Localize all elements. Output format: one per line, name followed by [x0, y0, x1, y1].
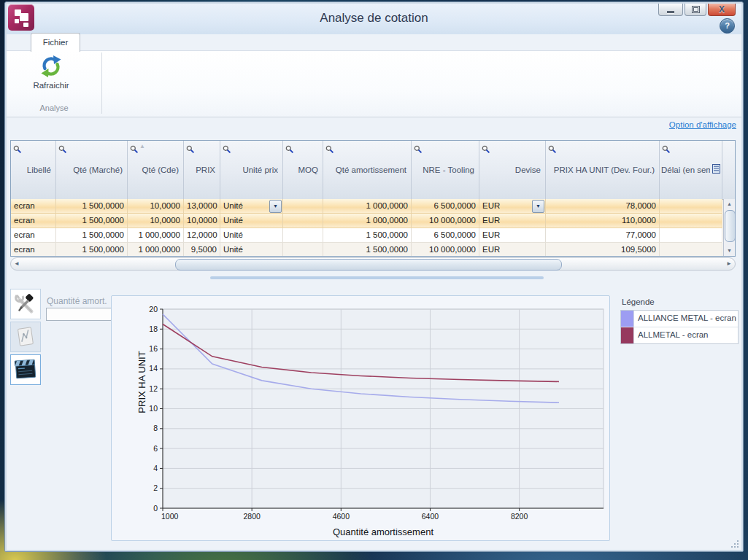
cell-unit-prix[interactable]: Unité: [220, 243, 283, 256]
cell-devise[interactable]: EUR: [479, 214, 546, 228]
column-header-d-lai-en-sema[interactable]: Délai (en sema: [660, 141, 722, 199]
cell-prix[interactable]: 9,5000: [184, 243, 220, 256]
cell-moq[interactable]: [283, 228, 323, 243]
column-header-libell[interactable]: Libellé: [11, 141, 56, 199]
cell-qt-cde[interactable]: 10,0000: [128, 199, 184, 214]
resize-grip[interactable]: [731, 540, 739, 548]
tab-fichier[interactable]: Fichier: [31, 33, 80, 52]
filter-icon[interactable]: [548, 145, 557, 154]
cell-libell[interactable]: ecran: [11, 214, 56, 228]
dropdown-button[interactable]: ▼: [532, 200, 544, 213]
cell-nre-tooling[interactable]: 10 000,0000: [412, 243, 479, 256]
cell-devise[interactable]: EUR: [479, 243, 546, 256]
filter-icon[interactable]: [186, 145, 195, 154]
close-button[interactable]: X: [708, 4, 736, 16]
cell-devise[interactable]: EUR▼: [479, 199, 546, 214]
cell-moq[interactable]: [283, 199, 323, 214]
cell-devise[interactable]: EUR: [479, 228, 546, 243]
grid-vertical-scrollbar[interactable]: ▲ ▼: [723, 199, 735, 256]
filter-icon[interactable]: [130, 145, 139, 154]
minimize-button[interactable]: [658, 4, 683, 16]
cell-qt-amortissement[interactable]: 1 000,0000: [323, 214, 412, 228]
column-header-prix[interactable]: PRIX: [184, 141, 220, 199]
filter-icon[interactable]: [482, 145, 490, 154]
cell-moq[interactable]: [283, 243, 323, 256]
column-header-qt-amortissement[interactable]: Qté amortissement: [323, 141, 412, 199]
legend-item[interactable]: ALLIANCE METAL - ecran: [621, 311, 738, 327]
cell-qt-march[interactable]: 1 500,0000: [56, 228, 128, 243]
table-row[interactable]: ecran1 500,000010,000010,0000Unité1 000,…: [11, 214, 723, 228]
data-sheet-icon[interactable]: [712, 164, 720, 174]
cell-unit-prix[interactable]: Unité: [220, 214, 283, 228]
cell-prix[interactable]: 13,0000: [184, 199, 220, 214]
filter-icon[interactable]: [13, 145, 22, 154]
column-header-unit-prix[interactable]: Unité prix: [220, 141, 283, 199]
column-header-qt-march[interactable]: Qté (Marché): [56, 141, 128, 199]
table-row[interactable]: ecran1 500,000010,000013,0000Unité▼1 000…: [11, 199, 723, 214]
filter-icon[interactable]: [325, 145, 334, 154]
help-button[interactable]: ?: [720, 18, 735, 34]
cell-libell[interactable]: ecran: [11, 199, 56, 214]
cell-qt-march[interactable]: 1 500,0000: [56, 243, 128, 256]
cell-prix-ha-unit-dev-four[interactable]: 109,5000: [546, 243, 660, 256]
cell-qt-cde[interactable]: 10,0000: [128, 214, 184, 228]
filter-icon[interactable]: [414, 145, 423, 154]
filter-icon[interactable]: [662, 145, 671, 154]
cell-prix-ha-unit-dev-four[interactable]: 78,0000: [546, 199, 660, 214]
cell-qt-cde[interactable]: 1 000,0000: [128, 228, 184, 243]
column-header-prix-ha-unit-dev-four[interactable]: PRIX HA UNIT (Dev. Four.): [546, 141, 660, 199]
cell-d-lai-en-sema[interactable]: [660, 214, 722, 228]
cell-moq[interactable]: [283, 214, 323, 228]
cell-prix[interactable]: 10,0000: [184, 214, 220, 228]
cell-nre-tooling[interactable]: 6 500,0000: [412, 228, 479, 243]
maximize-button[interactable]: [685, 4, 706, 16]
cell-qt-cde[interactable]: 1 000,0000: [128, 243, 184, 256]
table-row[interactable]: ecran1 500,00001 000,000012,0000Unité1 5…: [11, 228, 723, 243]
grid-horizontal-scrollbar[interactable]: ◄ ►: [10, 257, 736, 271]
cell-d-lai-en-sema[interactable]: [660, 199, 722, 214]
scroll-left-icon[interactable]: ◄: [11, 258, 23, 270]
refresh-button[interactable]: Rafraichir: [18, 54, 85, 102]
sidebar-tab-simulation[interactable]: [10, 354, 41, 385]
splitter-handle[interactable]: [210, 276, 544, 279]
sidebar-tab-curves[interactable]: [10, 322, 41, 352]
cell-d-lai-en-sema[interactable]: [660, 228, 722, 243]
cell-qt-march[interactable]: 1 500,0000: [56, 214, 128, 228]
cell-libell[interactable]: ecran: [11, 243, 56, 256]
scroll-up-icon[interactable]: ▲: [724, 199, 735, 209]
ribbon: Rafraichir Analyse: [7, 50, 741, 117]
cell-d-lai-en-sema[interactable]: [660, 243, 722, 256]
table-row[interactable]: ecran1 500,00001 000,00009,5000Unité1 50…: [11, 243, 723, 256]
column-header-devise[interactable]: Devise: [479, 141, 546, 199]
cell-nre-tooling[interactable]: 6 500,0000: [412, 199, 479, 214]
cell-libell[interactable]: ecran: [11, 228, 56, 243]
column-header-moq[interactable]: MOQ: [283, 141, 323, 199]
y-tick-label: 6: [153, 444, 158, 453]
cell-qt-amortissement[interactable]: 1 500,0000: [323, 243, 412, 256]
cell-qt-amortissement[interactable]: 1 000,0000: [323, 199, 412, 214]
quantity-amort-input[interactable]: [46, 308, 112, 321]
vertical-scroll-thumb[interactable]: [725, 210, 736, 242]
scroll-down-icon[interactable]: ▼: [724, 246, 735, 256]
cell-prix-ha-unit-dev-four[interactable]: 110,0000: [546, 214, 660, 228]
column-header-qt-cde[interactable]: ▲Qté (Cde): [128, 141, 184, 199]
cell-prix[interactable]: 12,0000: [184, 228, 220, 243]
cell-qt-march[interactable]: 1 500,0000: [56, 199, 128, 214]
data-grid[interactable]: LibelléQté (Marché)▲Qté (Cde)PRIXUnité p…: [10, 140, 736, 257]
horizontal-scroll-thumb[interactable]: [175, 259, 562, 271]
scroll-right-icon[interactable]: ►: [723, 258, 735, 270]
cell-unit-prix[interactable]: Unité▼: [220, 199, 283, 214]
sidebar-tab-tools[interactable]: [10, 289, 41, 319]
cell-prix-ha-unit-dev-four[interactable]: 77,0000: [546, 228, 660, 243]
cell-nre-tooling[interactable]: 10 000,0000: [412, 214, 479, 228]
legend-item[interactable]: ALLMETAL - ecran: [621, 327, 738, 343]
title-bar[interactable]: Analyse de cotation X ?: [7, 4, 741, 34]
dropdown-button[interactable]: ▼: [269, 200, 282, 213]
filter-icon[interactable]: [285, 145, 294, 154]
filter-icon[interactable]: [223, 145, 231, 154]
column-header-nre-tooling[interactable]: NRE - Tooling: [412, 141, 479, 199]
display-options-link[interactable]: Option d'affichage: [669, 120, 736, 129]
cell-qt-amortissement[interactable]: 1 500,0000: [323, 228, 412, 243]
cell-unit-prix[interactable]: Unité: [220, 228, 283, 243]
filter-icon[interactable]: [58, 145, 67, 154]
